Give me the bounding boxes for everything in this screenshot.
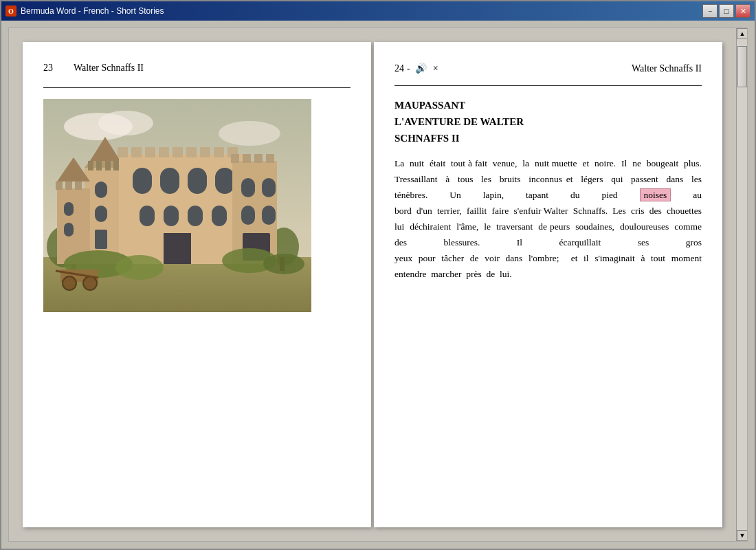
right-page-header: 24 - 🔊 × Walter Schnaffs II bbox=[394, 63, 702, 74]
close-icon[interactable]: × bbox=[433, 63, 438, 74]
svg-rect-65 bbox=[43, 99, 311, 312]
left-page-divider bbox=[43, 87, 351, 88]
left-page: 23 Walter Schnaffs II bbox=[23, 42, 371, 527]
book-view: 23 Walter Schnaffs II bbox=[8, 28, 748, 542]
close-button[interactable]: ✕ bbox=[735, 4, 751, 18]
left-page-title: Walter Schnaffs II bbox=[74, 63, 144, 74]
speaker-icon[interactable]: 🔊 bbox=[415, 63, 427, 74]
castle-image bbox=[43, 99, 311, 312]
scroll-track[interactable] bbox=[737, 39, 747, 530]
app-icon: O bbox=[5, 6, 16, 16]
scroll-thumb[interactable] bbox=[737, 46, 747, 87]
maximize-button[interactable]: □ bbox=[719, 4, 734, 18]
content-area: 23 Walter Schnaffs II bbox=[1, 21, 755, 549]
story-text: La nuit était tout à fait venue, la nuit… bbox=[394, 156, 702, 283]
right-page-title: Walter Schnaffs II bbox=[632, 63, 702, 74]
left-page-number: 23 bbox=[43, 63, 53, 74]
scroll-down-button[interactable]: ▼ bbox=[737, 530, 748, 541]
title-bar: O Bermuda Word - French - Short Stories … bbox=[1, 1, 755, 21]
minimize-button[interactable]: − bbox=[702, 4, 718, 18]
window-title: Bermuda Word - French - Short Stories bbox=[21, 6, 702, 16]
right-page: 24 - 🔊 × Walter Schnaffs II MAUPASSANT L… bbox=[374, 42, 722, 527]
app-window: O Bermuda Word - French - Short Stories … bbox=[0, 0, 756, 550]
left-page-header: 23 Walter Schnaffs II bbox=[43, 63, 351, 74]
right-page-number: 24 bbox=[394, 63, 404, 74]
right-page-divider bbox=[394, 85, 702, 86]
book-title: MAUPASSANT L'AVENTURE DE WALTER SCHNAFFS… bbox=[394, 97, 702, 146]
pages-container: 23 Walter Schnaffs II bbox=[9, 28, 736, 541]
highlighted-word[interactable]: noises bbox=[640, 188, 671, 201]
separator: - bbox=[407, 63, 410, 74]
scroll-up-button[interactable]: ▲ bbox=[737, 28, 748, 39]
window-controls: − □ ✕ bbox=[702, 4, 751, 18]
scrollbar: ▲ ▼ bbox=[736, 28, 747, 541]
